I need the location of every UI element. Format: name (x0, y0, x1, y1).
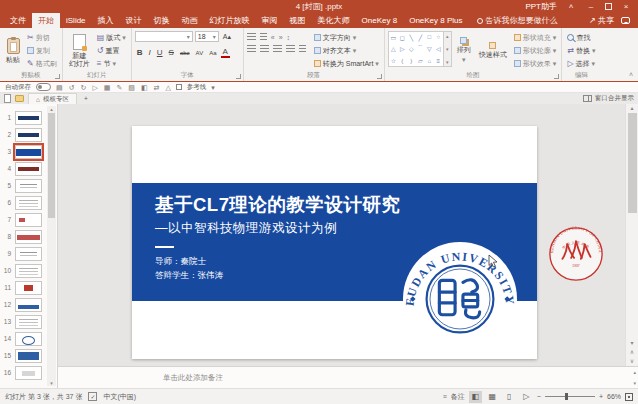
slide-thumbnail[interactable] (15, 230, 42, 244)
shape-fill-button[interactable]: 形状填充▾ (512, 32, 559, 43)
shape-outline-button[interactable]: 形状轮廓▾ (512, 45, 559, 56)
zoom-level[interactable]: 66% (607, 393, 621, 400)
ribbon-tab[interactable]: 动画 (176, 13, 204, 28)
comments-icon[interactable] (621, 17, 630, 24)
zoom-slider[interactable] (545, 396, 595, 397)
copy-button[interactable]: 复制 (25, 45, 59, 56)
title-banner[interactable]: 基于CL7理论的教学设计研究 —以中智科技物理游戏设计为例 导师：秦院士 答辩学… (132, 183, 537, 301)
slide-thumbnail[interactable] (15, 196, 42, 210)
shape-icon[interactable]: ⌒ (417, 44, 423, 53)
ribbon-tab[interactable]: 美化大师 (312, 13, 356, 28)
ribbon-tab[interactable]: OneKey 8 (356, 13, 404, 28)
change-case-button[interactable]: Aa (207, 50, 218, 56)
section-button[interactable]: ≡节▾ (95, 58, 128, 69)
bullets-icon[interactable] (247, 33, 256, 41)
clipboard-dialog-launcher[interactable] (55, 74, 60, 79)
align-left-icon[interactable] (247, 45, 256, 53)
align-right-icon[interactable] (273, 45, 282, 53)
slide-thumbnail[interactable] (15, 162, 42, 176)
align-text-button[interactable]: 对齐文本▾ (312, 45, 381, 56)
justify-icon[interactable] (286, 45, 295, 53)
notes-scrollbar[interactable]: ▴ ▾ (633, 369, 636, 386)
italic-button[interactable]: I (147, 48, 153, 57)
slide-thumbnail[interactable] (15, 349, 42, 363)
replace-button[interactable]: ⇄替换▾ (565, 45, 597, 56)
zoom-out-button[interactable]: − (537, 393, 541, 400)
thumbnail-scrollbar[interactable]: ▴ ▾ (47, 106, 56, 386)
spell-check-icon[interactable]: ✓ (88, 392, 97, 401)
find-button[interactable]: 查找 (565, 32, 597, 43)
indent-increase-icon[interactable]: » (279, 34, 283, 41)
previous-slide-button[interactable]: ∧ (630, 348, 634, 355)
slide-thumbnail[interactable] (15, 366, 42, 380)
ribbon-tab[interactable]: 文件 (4, 13, 32, 28)
clear-format-button[interactable]: abc (178, 50, 192, 56)
slide-thumbnail[interactable] (15, 247, 42, 261)
underline-button[interactable]: U (155, 48, 165, 57)
autosave-toggle[interactable] (36, 83, 51, 91)
slide-title[interactable]: 基于CL7理论的教学设计研究 (155, 192, 400, 217)
language-indicator[interactable]: 中文(中国) (103, 392, 136, 402)
ribbon-tab[interactable]: 审阅 (256, 13, 284, 28)
open-folder-icon[interactable] (15, 95, 24, 102)
notes-toggle-label[interactable]: 备注 (451, 392, 465, 402)
slide-sorter-view-button[interactable]: ▦ (486, 391, 499, 403)
shape-icon[interactable]: ◇ (409, 45, 414, 52)
shape-icon[interactable]: ╱ (419, 34, 423, 41)
text-direction-button[interactable]: 文字方向▾ (312, 32, 381, 43)
ribbon-tab[interactable]: iSlide (60, 13, 92, 28)
arrange-button[interactable]: 排列 ▾ (454, 31, 474, 70)
swap-icon[interactable]: ⇄ (154, 84, 160, 91)
fudan-university-logo[interactable]: FUDAN UNIVERSITY 1905 (401, 240, 519, 358)
next-slide-button[interactable]: ∨ (630, 357, 634, 364)
qat-overflow-icon[interactable]: ▾ (211, 84, 215, 91)
shape-icon[interactable]: ( (401, 58, 403, 64)
grow-font-button[interactable]: A▴ (221, 33, 233, 41)
slide-thumbnail[interactable] (15, 281, 42, 295)
font-name-combo[interactable]: ▾ (135, 31, 193, 42)
ribbon-tab[interactable]: 设计 (120, 13, 148, 28)
window-merge-toggle[interactable]: 窗口合并显示 (583, 94, 634, 103)
add-tab-button[interactable]: + (81, 95, 91, 102)
play-from-start-icon[interactable]: ▷ (92, 84, 97, 91)
layout-button[interactable]: ▤版式▾ (95, 32, 128, 43)
normal-view-button[interactable]: ◧ (469, 391, 482, 403)
notes-toggle-icon[interactable]: ≡ (443, 393, 447, 400)
save-icon[interactable]: ▤ (56, 84, 63, 91)
paragraph-dialog-launcher[interactable] (377, 74, 382, 79)
zoom-in-button[interactable]: + (599, 393, 603, 400)
select-button[interactable]: ▷选择▾ (565, 58, 597, 69)
indent-decrease-icon[interactable]: « (271, 34, 275, 41)
shape-icon[interactable]: ▽ (427, 45, 432, 52)
shape-icon[interactable]: □ (428, 34, 432, 40)
canvas-scrollbar-thumb[interactable] (628, 113, 637, 213)
char-spacing-button[interactable]: AV (194, 50, 206, 56)
thumbnail-scrollbar-thumb[interactable] (48, 113, 55, 218)
shapes-gallery-scroll[interactable]: ▴ ▾ ▾ (444, 31, 452, 67)
shape-icon[interactable]: ▱ (418, 57, 423, 64)
renmin-university-seal[interactable]: RENMIN UNIVERSITY OF CHINA 1937 中国人民大学 (547, 224, 605, 284)
notes-pane[interactable]: 单击此处添加备注 ▴ ▾ (58, 366, 638, 388)
maximize-button[interactable] (605, 3, 612, 10)
ribbon-tab[interactable]: 开始 (32, 13, 60, 28)
align-center-icon[interactable] (260, 45, 269, 53)
ribbon-tab[interactable]: OneKey 8 Plus (403, 13, 468, 28)
slide-thumbnail[interactable] (15, 213, 42, 227)
advisor-line[interactable]: 导师：秦院士 (155, 256, 206, 268)
font-color-button[interactable]: A (221, 47, 230, 58)
redo-icon[interactable]: ↻ (81, 84, 87, 91)
slide-thumbnail[interactable] (15, 128, 42, 142)
font-size-combo[interactable]: 18▾ (195, 31, 219, 42)
undo-icon[interactable]: ↺ (69, 84, 75, 91)
shape-icon[interactable]: ◻ (400, 34, 405, 41)
slideshow-button[interactable]: ▷ (520, 391, 533, 403)
tab-template-zone[interactable]: ⌂ 模板专区 (28, 93, 77, 104)
student-line[interactable]: 答辩学生：张伟涛 (155, 270, 223, 282)
format-painter-button[interactable]: ✎格式刷 (25, 58, 59, 69)
shape-icon[interactable]: ) (410, 58, 412, 64)
shapes-gallery[interactable]: ▭◻╲╱□○△▷◇⌒▽◁☆()▱⌂≡ (388, 31, 444, 67)
font-dialog-launcher[interactable] (236, 74, 241, 79)
slide-thumbnail[interactable] (15, 315, 42, 329)
bold-button[interactable]: B (135, 48, 145, 57)
reading-view-button[interactable]: ▯ (503, 391, 516, 403)
